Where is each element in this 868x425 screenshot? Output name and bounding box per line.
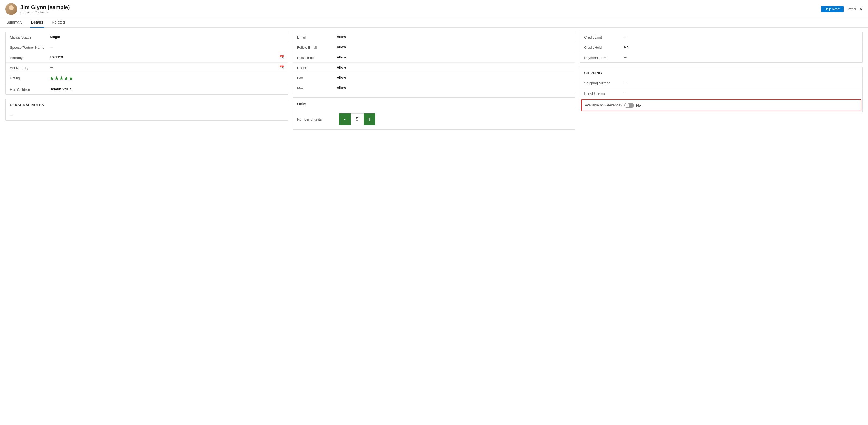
- spouse-name-value: ---: [50, 45, 284, 49]
- toggle-container: No: [624, 102, 641, 108]
- shipping-method-value: ---: [624, 81, 858, 85]
- header-left: Jim Glynn (sample) Contact · Contact ›: [5, 3, 70, 15]
- phone-label: Phone: [297, 65, 335, 70]
- right-column: Credit Limit --- Credit Hold No Payment …: [580, 32, 863, 130]
- birthday-row: Birthday 3/2/1959 📅: [6, 53, 288, 63]
- phone-row: Phone Allow: [293, 63, 576, 73]
- personal-notes-header: PERSONAL NOTES: [6, 99, 288, 110]
- available-weekends-label: Available on weekends?: [585, 102, 622, 107]
- anniversary-label: Anniversary: [10, 65, 48, 70]
- credit-hold-value: No: [624, 45, 858, 49]
- star-4: ★: [64, 75, 68, 82]
- available-weekends-row: Available on weekends? No: [581, 99, 861, 111]
- bulk-email-row: Bulk Email Allow: [293, 53, 576, 63]
- toggle-slider: [624, 102, 634, 108]
- mail-row: Mail Allow: [293, 83, 576, 93]
- credit-limit-label: Credit Limit: [584, 35, 622, 39]
- units-card: Units Number of units - 5 +: [292, 97, 576, 130]
- personal-notes-content: ---: [6, 110, 288, 120]
- marital-status-label: Marital Status: [10, 35, 48, 39]
- has-children-row: Has Children Default Value: [6, 84, 288, 94]
- number-of-units-label: Number of units: [297, 117, 335, 121]
- rating-label: Rating: [10, 75, 48, 80]
- follow-email-row: Follow Email Allow: [293, 42, 576, 53]
- rating-row: Rating ★ ★ ★ ★ ★: [6, 73, 288, 84]
- shipping-header: SHIPPING: [580, 67, 862, 78]
- credit-hold-label: Credit Hold: [584, 45, 622, 50]
- spouse-name-row: Spouse/Partner Name ---: [6, 42, 288, 53]
- mail-label: Mail: [297, 86, 335, 90]
- units-increment-button[interactable]: +: [364, 113, 375, 125]
- star-5: ★: [69, 75, 73, 82]
- units-section-header: Units: [293, 98, 576, 109]
- subtitle-contact1[interactable]: Contact: [20, 10, 31, 14]
- payment-terms-value: ---: [624, 55, 858, 59]
- tab-summary[interactable]: Summary: [5, 18, 24, 28]
- birthday-label: Birthday: [10, 55, 48, 60]
- subtitle-contact2[interactable]: Contact: [34, 10, 45, 14]
- available-weekends-value: No: [636, 103, 641, 108]
- shipping-method-row: Shipping Method ---: [580, 78, 862, 88]
- star-3: ★: [59, 75, 63, 82]
- anniversary-calendar-icon[interactable]: 📅: [279, 65, 284, 70]
- contact-name: Jim Glynn (sample): [20, 4, 70, 10]
- units-value: 5: [351, 113, 364, 125]
- payment-terms-label: Payment Terms: [584, 55, 622, 60]
- units-row: Number of units - 5 +: [293, 109, 576, 129]
- subtitle-chevron[interactable]: ›: [46, 10, 48, 14]
- marital-status-row: Marital Status Single: [6, 32, 288, 42]
- owner-section: Owner: [847, 7, 856, 11]
- freight-terms-label: Freight Terms: [584, 91, 622, 95]
- freight-terms-value: ---: [624, 91, 858, 95]
- owner-label: Owner: [847, 7, 856, 11]
- units-stepper: - 5 +: [339, 113, 375, 125]
- spouse-name-label: Spouse/Partner Name: [10, 45, 48, 50]
- star-2: ★: [54, 75, 59, 82]
- billing-card: Credit Limit --- Credit Hold No Payment …: [580, 32, 863, 63]
- rating-value: ★ ★ ★ ★ ★: [50, 75, 284, 82]
- bulk-email-value: Allow: [337, 55, 571, 59]
- anniversary-value: ---: [50, 65, 275, 69]
- shipping-card: SHIPPING Shipping Method --- Freight Ter…: [580, 67, 863, 113]
- has-children-value: Default Value: [50, 87, 284, 91]
- header-right: Help Reset Owner ∨: [821, 6, 863, 12]
- personal-info-card: Marital Status Single Spouse/Partner Nam…: [5, 32, 288, 94]
- email-row: Email Allow: [293, 32, 576, 42]
- fax-row: Fax Allow: [293, 73, 576, 83]
- personal-notes-card: PERSONAL NOTES ---: [5, 99, 288, 121]
- credit-limit-value: ---: [624, 35, 858, 39]
- credit-limit-row: Credit Limit ---: [580, 32, 862, 42]
- star-1: ★: [50, 75, 54, 82]
- contact-preferences-card: Email Allow Follow Email Allow Bulk Emai…: [292, 32, 576, 93]
- middle-column: Email Allow Follow Email Allow Bulk Emai…: [292, 32, 576, 130]
- has-children-label: Has Children: [10, 87, 48, 92]
- birthday-value: 3/2/1959: [50, 55, 275, 59]
- freight-terms-row: Freight Terms ---: [580, 88, 862, 98]
- bulk-email-label: Bulk Email: [297, 55, 335, 60]
- fax-value: Allow: [337, 75, 571, 80]
- credit-hold-row: Credit Hold No: [580, 42, 862, 53]
- follow-email-label: Follow Email: [297, 45, 335, 50]
- available-weekends-toggle[interactable]: [624, 102, 634, 108]
- tab-related[interactable]: Related: [51, 18, 66, 28]
- email-value: Allow: [337, 35, 571, 39]
- tab-details[interactable]: Details: [30, 18, 44, 28]
- main-content: Marital Status Single Spouse/Partner Nam…: [0, 28, 868, 134]
- help-reset-button[interactable]: Help Reset: [821, 6, 843, 12]
- birthday-calendar-icon[interactable]: 📅: [279, 55, 284, 59]
- left-column: Marital Status Single Spouse/Partner Nam…: [5, 32, 288, 130]
- payment-terms-row: Payment Terms ---: [580, 53, 862, 62]
- tab-bar: Summary Details Related: [0, 18, 868, 28]
- fax-label: Fax: [297, 75, 335, 80]
- header-title: Jim Glynn (sample) Contact · Contact ›: [20, 4, 70, 14]
- mail-value: Allow: [337, 86, 571, 90]
- page-header: Jim Glynn (sample) Contact · Contact › H…: [0, 0, 868, 18]
- email-label: Email: [297, 35, 335, 39]
- contact-subtitle: Contact · Contact ›: [20, 10, 70, 14]
- marital-status-value: Single: [50, 35, 284, 39]
- header-chevron-down[interactable]: ∨: [860, 7, 863, 12]
- phone-value: Allow: [337, 65, 571, 69]
- shipping-method-label: Shipping Method: [584, 81, 622, 85]
- units-decrement-button[interactable]: -: [339, 113, 351, 125]
- follow-email-value: Allow: [337, 45, 571, 49]
